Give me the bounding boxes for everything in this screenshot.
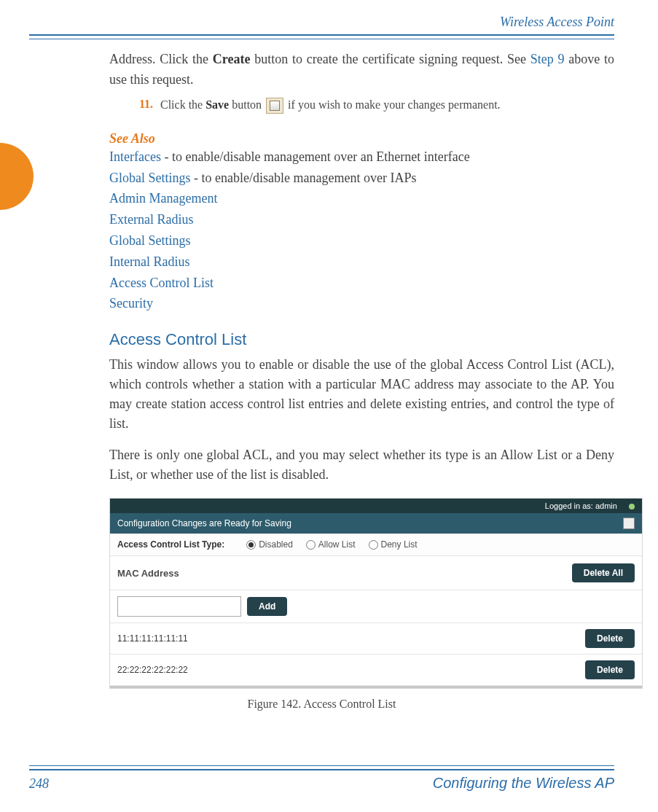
save-keyword: Save <box>205 98 229 110</box>
mac-value: 22:22:22:22:22:22 <box>117 665 585 675</box>
header-rule <box>29 34 614 39</box>
link-admin-management[interactable]: Admin Management <box>109 191 217 206</box>
footer-section-title: Configuring the Wireless AP <box>433 775 614 792</box>
link-security[interactable]: Security <box>109 296 153 311</box>
step-text: Click the Save button if you wish to mak… <box>160 98 614 114</box>
section-heading-acl: Access Control List <box>109 330 614 349</box>
running-head: Wireless Access Point <box>29 15 614 30</box>
config-banner-text: Configuration Changes are Ready for Savi… <box>117 518 291 528</box>
step9-link[interactable]: Step 9 <box>530 52 565 66</box>
radio-deny-label: Deny List <box>381 539 418 550</box>
step-number: 11. <box>109 98 160 111</box>
text: - to enable/disable management over an E… <box>161 149 470 164</box>
logged-in-label: Logged in as: admin <box>545 501 617 510</box>
link-external-radius[interactable]: External Radius <box>109 212 193 227</box>
add-button[interactable]: Add <box>247 597 287 616</box>
page-number: 248 <box>29 776 49 792</box>
text: if you wish to make your changes permane… <box>285 98 500 110</box>
mac-header-row: MAC Address Delete All <box>110 556 642 590</box>
acl-paragraph-2: There is only one global ACL, and you ma… <box>109 445 614 485</box>
step-11-row: 11. Click the Save button if you wish to… <box>109 98 614 114</box>
mac-row: 11:11:11:11:11:11 Delete <box>110 623 642 655</box>
continuation-paragraph: Address. Click the Create button to crea… <box>109 50 614 90</box>
radio-allow-list[interactable]: Allow List <box>306 539 356 550</box>
acl-type-row: Access Control List Type: Disabled Allow… <box>110 534 642 556</box>
login-status-bar: Logged in as: admin <box>110 499 642 513</box>
section-thumb-tab <box>0 143 34 210</box>
text: button <box>229 98 265 110</box>
link-interfaces[interactable]: Interfaces <box>109 149 161 164</box>
link-internal-radius[interactable]: Internal Radius <box>109 254 189 269</box>
mac-input[interactable] <box>117 596 241 617</box>
radio-deny-list[interactable]: Deny List <box>369 539 418 550</box>
link-global-settings-2[interactable]: Global Settings <box>109 233 191 248</box>
mac-column-header: MAC Address <box>117 568 572 579</box>
save-icon <box>266 98 283 114</box>
text: Address. Click the <box>109 52 213 66</box>
radio-disabled-label: Disabled <box>259 539 293 550</box>
config-banner: Configuration Changes are Ready for Savi… <box>110 513 642 534</box>
text: button to create the certificate signing… <box>250 52 530 66</box>
mac-value: 11:11:11:11:11:11 <box>117 633 585 644</box>
acl-paragraph-1: This window allows you to enable or disa… <box>109 355 614 434</box>
footer-rule <box>29 765 614 770</box>
see-also-list: Interfaces - to enable/disable managemen… <box>109 147 614 314</box>
screenshot-bottom-bar <box>110 686 642 688</box>
acl-type-label: Access Control List Type: <box>117 539 224 550</box>
delete-all-button[interactable]: Delete All <box>572 563 635 582</box>
save-icon[interactable] <box>623 518 635 529</box>
link-access-control-list[interactable]: Access Control List <box>109 276 214 290</box>
mac-row: 22:22:22:22:22:22 Delete <box>110 655 642 686</box>
text: - to enable/disable management over IAPs <box>191 171 417 185</box>
page-footer: 248 Configuring the Wireless AP <box>29 765 614 792</box>
see-also-heading: See Also <box>109 131 614 147</box>
text: Click the <box>160 98 205 110</box>
radio-disabled[interactable]: Disabled <box>246 539 293 550</box>
status-dot-icon <box>629 504 635 510</box>
link-global-settings[interactable]: Global Settings <box>109 171 191 185</box>
acl-screenshot: Logged in as: admin Configuration Change… <box>109 498 643 689</box>
delete-button[interactable]: Delete <box>585 660 635 679</box>
radio-allow-label: Allow List <box>318 539 356 550</box>
create-keyword: Create <box>213 52 251 66</box>
delete-button[interactable]: Delete <box>585 629 635 648</box>
add-mac-row: Add <box>110 590 642 623</box>
figure-caption: Figure 142. Access Control List <box>29 698 614 711</box>
